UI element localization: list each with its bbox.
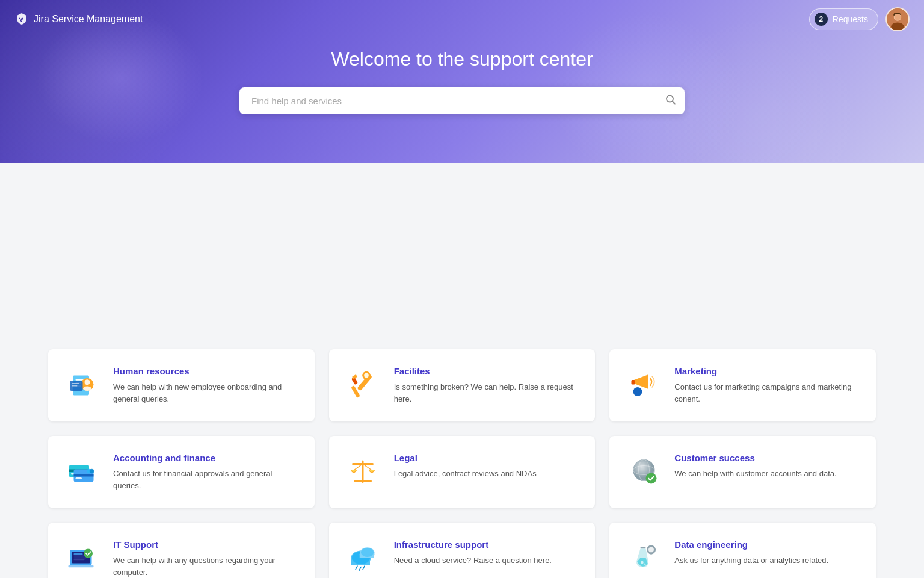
card-desc-data-engineering: Ask us for anything data or analytics re…: [674, 555, 861, 567]
svg-point-59: [361, 548, 374, 557]
svg-point-2: [891, 22, 904, 31]
header-right: 2 Requests: [809, 7, 910, 31]
card-desc-facilities: Is something broken? We can help. Raise …: [394, 381, 581, 405]
card-desc-customer-success: We can help with customer accounts and d…: [674, 468, 861, 480]
svg-point-12: [83, 387, 91, 391]
card-icon-data: [624, 539, 662, 578]
svg-rect-15: [72, 385, 78, 387]
svg-rect-47: [74, 559, 85, 561]
svg-point-11: [85, 379, 90, 385]
avatar-image: [887, 7, 908, 31]
jira-logo-icon: [14, 12, 29, 26]
svg-point-3: [895, 14, 901, 20]
svg-rect-48: [69, 565, 94, 568]
svg-point-64: [648, 547, 654, 553]
card-title-legal: Legal: [394, 453, 581, 463]
requests-badge: 2: [815, 13, 828, 26]
card-customer-success[interactable]: Customer success We can help with custom…: [609, 436, 876, 508]
card-desc-legal: Legal advice, contract reviews and NDAs: [394, 468, 581, 480]
card-text-marketing: Marketing Contact us for marketing campa…: [674, 366, 861, 405]
card-icon-finance: [63, 453, 101, 491]
card-desc-it-support: We can help with any questions regarding…: [113, 555, 300, 578]
card-icon-customer: [624, 453, 662, 491]
header: Jira Service Management 2 Requests: [0, 0, 924, 39]
card-accounting-finance[interactable]: Accounting and finance Contact us for fi…: [48, 436, 315, 508]
card-icon-legal: [343, 453, 382, 491]
card-title-marketing: Marketing: [674, 366, 861, 376]
svg-point-23: [633, 387, 642, 396]
svg-rect-29: [76, 477, 82, 479]
card-icon-it: [63, 539, 101, 578]
requests-button[interactable]: 2 Requests: [809, 8, 878, 30]
card-title-facilities: Facilites: [394, 366, 581, 376]
svg-line-5: [673, 101, 676, 104]
main-content: Human resources We can help with new emp…: [0, 325, 924, 578]
svg-rect-67: [647, 549, 648, 551]
svg-line-34: [354, 464, 363, 471]
card-text-data-engineering: Data engineering Ask us for anything dat…: [674, 539, 861, 567]
svg-rect-22: [632, 380, 635, 385]
card-icon-infra: [343, 539, 382, 578]
svg-rect-65: [650, 545, 652, 547]
svg-rect-68: [654, 549, 656, 551]
card-desc-accounting-finance: Contact us for financial approvals and g…: [113, 468, 300, 491]
card-text-facilities: Facilites Is something broken? We can he…: [394, 366, 581, 405]
svg-rect-60: [641, 547, 646, 549]
card-title-human-resources: Human resources: [113, 366, 300, 376]
card-text-infrastructure-support: Infrastructure support Need a cloud serv…: [394, 539, 581, 567]
app-name: Jira Service Management: [34, 14, 143, 25]
svg-point-18: [364, 373, 369, 378]
svg-point-62: [644, 564, 646, 565]
svg-rect-46: [74, 558, 87, 559]
svg-point-49: [84, 549, 93, 558]
card-desc-human-resources: We can help with new employee onboarding…: [113, 381, 300, 405]
card-facilities[interactable]: Facilites Is something broken? We can he…: [329, 349, 596, 421]
card-text-legal: Legal Legal advice, contract reviews and…: [394, 453, 581, 480]
card-data-engineering[interactable]: Data engineering Ask us for anything dat…: [609, 523, 876, 578]
svg-point-31: [90, 469, 94, 474]
card-it-support[interactable]: IT Support We can help with any question…: [48, 523, 315, 578]
card-title-accounting-finance: Accounting and finance: [113, 453, 300, 463]
svg-rect-28: [74, 474, 94, 477]
card-icon-hr: [63, 366, 101, 405]
svg-point-61: [641, 561, 644, 564]
card-desc-infrastructure-support: Need a cloud service? Raise a question h…: [394, 555, 581, 567]
card-text-it-support: IT Support We can help with any question…: [113, 539, 300, 578]
card-icon-marketing: [624, 366, 662, 405]
search-bar: [239, 87, 685, 114]
user-avatar[interactable]: [886, 7, 910, 31]
card-desc-marketing: Contact us for marketing campaigns and m…: [674, 381, 861, 405]
svg-rect-36: [352, 463, 374, 465]
card-human-resources[interactable]: Human resources We can help with new emp…: [48, 349, 315, 421]
search-icon: [665, 94, 676, 105]
services-grid: Human resources We can help with new emp…: [48, 349, 876, 578]
card-text-human-resources: Human resources We can help with new emp…: [113, 366, 300, 405]
svg-rect-44: [74, 553, 83, 555]
svg-point-41: [646, 473, 657, 484]
card-title-it-support: IT Support: [113, 539, 300, 550]
card-legal[interactable]: Legal Legal advice, contract reviews and…: [329, 436, 596, 508]
search-input[interactable]: [239, 87, 685, 114]
card-text-customer-success: Customer success We can help with custom…: [674, 453, 861, 480]
search-button[interactable]: [665, 94, 676, 108]
svg-rect-66: [650, 553, 652, 555]
card-title-customer-success: Customer success: [674, 453, 861, 463]
card-title-infrastructure-support: Infrastructure support: [394, 539, 581, 550]
svg-line-35: [363, 464, 372, 471]
card-text-accounting-finance: Accounting and finance Contact us for fi…: [113, 453, 300, 491]
card-title-data-engineering: Data engineering: [674, 539, 861, 550]
svg-rect-33: [354, 480, 372, 482]
svg-rect-14: [72, 383, 79, 384]
logo-area: Jira Service Management: [14, 12, 143, 26]
hero-title: Welcome to the support center: [331, 48, 593, 70]
card-infrastructure-support[interactable]: Infrastructure support Need a cloud serv…: [329, 523, 596, 578]
requests-label: Requests: [833, 14, 868, 24]
card-marketing[interactable]: Marketing Contact us for marketing campa…: [609, 349, 876, 421]
card-icon-facilities: [343, 366, 382, 405]
